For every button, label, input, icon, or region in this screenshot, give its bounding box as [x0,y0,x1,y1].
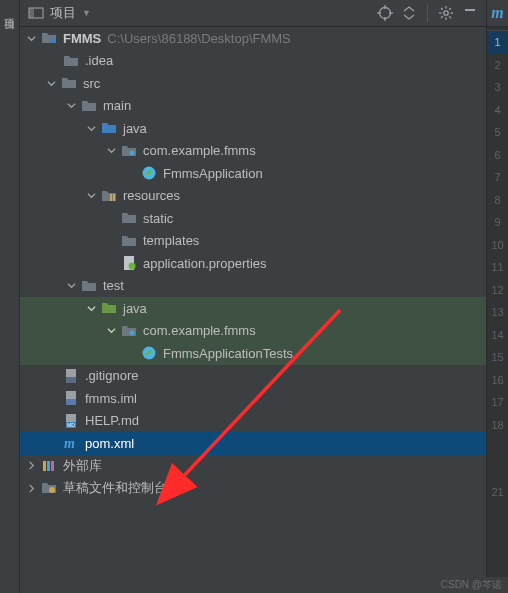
tree-leaf-app[interactable]: FmmsApplication [20,162,486,185]
git-file-icon [62,368,80,384]
root-path: C:\Users\86188\Desktop\FMMS [107,31,291,46]
expand-all-icon[interactable] [399,3,419,23]
project-toolbar: 项目 ▼ [20,0,486,27]
line-number: 1 [487,31,508,54]
test-root-icon [100,300,118,316]
svg-line-14 [441,16,443,18]
gear-icon[interactable] [436,3,456,23]
tree-leaf-help[interactable]: MD HELP.md [20,410,486,433]
tree-node-resources[interactable]: resources [20,185,486,208]
package-icon [120,323,138,339]
watermark: CSDN @芩诺 [441,578,502,592]
chevron-down-icon[interactable] [86,303,96,313]
tree-node-test-package[interactable]: com.example.fmms [20,320,486,343]
chevron-down-icon[interactable] [46,78,56,88]
svg-line-13 [449,16,451,18]
chevron-down-icon[interactable] [106,326,116,336]
tree-node-src[interactable]: src [20,72,486,95]
svg-point-23 [129,263,136,270]
chevron-right-icon[interactable] [26,461,36,471]
folder-icon [80,98,98,114]
line-number: 7 [487,166,508,189]
maven-file-icon: m [62,435,80,451]
line-number: 14 [487,324,508,347]
svg-point-2 [380,8,391,19]
tree-node-java[interactable]: java [20,117,486,140]
chevron-down-icon[interactable] [66,101,76,111]
module-folder-icon [40,30,58,46]
folder-icon [80,278,98,294]
svg-rect-34 [43,461,46,471]
line-number: 5 [487,121,508,144]
project-tree[interactable]: FMMS C:\Users\86188\Desktop\FMMS .idea s… [20,27,486,577]
svg-rect-20 [110,194,112,201]
chevron-down-icon[interactable] [66,281,76,291]
toolbar-divider [427,4,428,22]
tree-root[interactable]: FMMS C:\Users\86188\Desktop\FMMS [20,27,486,50]
hide-icon[interactable] [460,3,480,23]
tool-window-tab[interactable]: 项目 [0,0,20,593]
svg-rect-27 [66,377,76,383]
tree-leaf-gitignore[interactable]: .gitignore [20,365,486,388]
tree-leaf-apptests[interactable]: FmmsApplicationTests [20,342,486,365]
project-view-icon[interactable] [26,3,46,23]
chevron-down-icon[interactable] [106,146,116,156]
svg-point-37 [49,487,55,493]
iml-file-icon [62,390,80,406]
line-number: 6 [487,144,508,167]
line-number: 17 [487,391,508,414]
folder-icon [120,233,138,249]
line-number: 9 [487,211,508,234]
tree-node-external-libs[interactable]: 外部库 [20,455,486,478]
line-number: 2 [487,54,508,77]
line-number: 16 [487,369,508,392]
tree-node-test[interactable]: test [20,275,486,298]
tree-node-static[interactable]: static [20,207,486,230]
chevron-down-icon[interactable] [26,33,36,43]
svg-rect-29 [66,399,76,405]
svg-line-12 [441,8,443,10]
editor-tab-icon[interactable]: m [486,0,508,27]
chevron-down-icon[interactable] [86,123,96,133]
properties-file-icon [120,255,138,271]
line-number [487,459,508,482]
chevron-right-icon[interactable] [26,483,36,493]
svg-point-7 [444,11,448,15]
tree-node-scratches[interactable]: 草稿文件和控制台 [20,477,486,500]
dropdown-icon[interactable]: ▼ [82,8,91,18]
library-icon [40,458,58,474]
line-number: 15 [487,346,508,369]
line-number: 4 [487,99,508,122]
folder-icon [60,75,78,91]
line-number [487,436,508,459]
line-number: 13 [487,301,508,324]
svg-rect-36 [51,461,54,471]
svg-rect-35 [47,461,50,471]
svg-rect-16 [465,9,475,11]
svg-rect-21 [113,194,115,201]
svg-rect-17 [50,38,55,43]
editor-gutter: 1 2 3 4 5 6 7 8 9 10 11 12 13 14 15 16 1… [486,27,508,577]
tree-node-templates[interactable]: templates [20,230,486,253]
tree-node-main[interactable]: main [20,95,486,118]
svg-text:m: m [64,436,75,451]
chevron-down-icon[interactable] [86,191,96,201]
root-name: FMMS [63,31,101,46]
line-number: 10 [487,234,508,257]
tree-leaf-pom[interactable]: m pom.xml [20,432,486,455]
tree-node-package[interactable]: com.example.fmms [20,140,486,163]
resource-root-icon [100,188,118,204]
svg-point-24 [130,330,135,335]
tree-node-idea[interactable]: .idea [20,50,486,73]
toolbar-title: 项目 [50,4,76,22]
scratch-icon [40,480,58,496]
svg-line-15 [449,8,451,10]
line-number: 8 [487,189,508,212]
svg-rect-1 [29,8,34,18]
tree-node-test-java[interactable]: java [20,297,486,320]
tree-leaf-properties[interactable]: application.properties [20,252,486,275]
tree-leaf-iml[interactable]: fmms.iml [20,387,486,410]
target-icon[interactable] [375,3,395,23]
line-number: 21 [487,481,508,504]
line-number: 11 [487,256,508,279]
